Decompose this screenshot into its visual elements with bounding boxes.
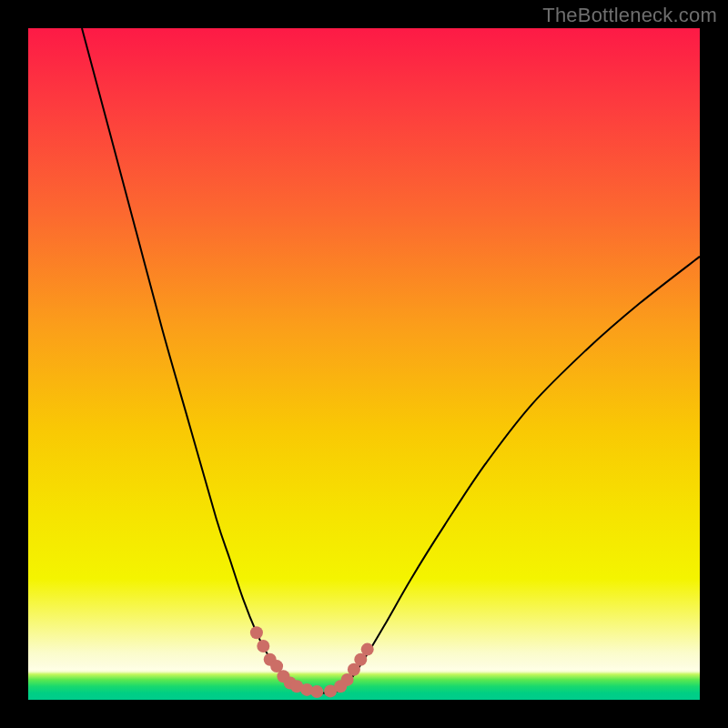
bottleneck-curve [82,28,700,693]
marker-dot [361,643,374,656]
watermark-text: TheBottleneck.com [542,4,717,27]
marker-group [250,626,374,698]
chart-svg [28,28,700,700]
chart-plot-area [28,28,700,700]
marker-dot [257,640,269,652]
marker-dot [250,626,263,639]
marker-dot [310,685,323,698]
chart-frame: TheBottleneck.com [0,0,728,728]
